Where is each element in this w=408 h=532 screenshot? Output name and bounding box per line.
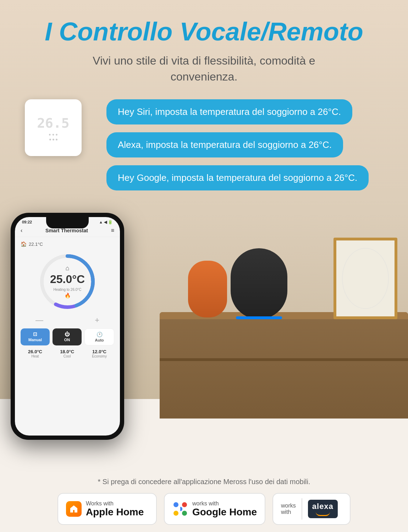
- apple-home-small-text: Works with: [86, 500, 144, 507]
- disclaimer-text: * Si prega di concedere all'applicazione…: [0, 478, 408, 486]
- google-home-large-text: Google Home: [192, 507, 257, 518]
- apple-home-text: Works with Apple Home: [86, 500, 144, 518]
- heat-preset: 26.0°C Heat: [28, 349, 42, 358]
- alexa-divider: [302, 498, 302, 520]
- alexa-with: with: [281, 509, 296, 515]
- thermostat-display-text: 26.5: [37, 115, 70, 131]
- picture-inner: [336, 240, 395, 316]
- mode-buttons-row: ⊡ Manual ⏻ ON 🕐 Auto: [21, 328, 114, 345]
- economy-preset: 12.0°C Economy: [92, 349, 107, 358]
- apple-home-badge: Works with Apple Home: [57, 493, 157, 525]
- thermostat-sub: ● ● ●: [49, 132, 58, 137]
- on-mode-button[interactable]: ⏻ ON: [53, 328, 82, 345]
- shelf-furniture: [160, 312, 408, 419]
- manual-mode-button[interactable]: ⊡ Manual: [21, 328, 50, 345]
- dial-temperature: 25.0°C: [50, 273, 85, 286]
- svg-point-6: [173, 511, 178, 516]
- phone-time: 09:22: [22, 220, 32, 225]
- voice-bubbles-area: Hey Siri, imposta la temperatura del sog…: [106, 99, 401, 198]
- shelf-line: [160, 358, 408, 361]
- auto-label: Auto: [95, 338, 104, 342]
- on-icon: ⏻: [54, 331, 80, 337]
- works-with-text: works with: [281, 503, 296, 515]
- phone-mockup: 09:22 ▲ ◀ 🔋 ‹ Smart Thermostat ≡ 🏠 22.1°…: [11, 213, 124, 440]
- current-temp: 22.1°C: [29, 242, 43, 247]
- google-home-svg: [172, 501, 188, 517]
- picture-frame: [333, 238, 397, 319]
- phone-signals: ▲ ◀ 🔋: [99, 220, 113, 225]
- menu-icon[interactable]: ≡: [111, 227, 114, 234]
- economy-value: 12.0°C: [92, 349, 107, 354]
- heat-label: Heat: [28, 354, 42, 358]
- phone-inner: 09:22 ▲ ◀ 🔋 ‹ Smart Thermostat ≡ 🏠 22.1°…: [15, 217, 120, 436]
- google-home-small-text: works with: [192, 500, 257, 507]
- auto-mode-button[interactable]: 🕐 Auto: [84, 328, 114, 345]
- increase-temp-button[interactable]: +: [95, 316, 99, 325]
- google-home-icon: [172, 501, 188, 517]
- temp-presets-row: 26.0°C Heat 18.0°C Cool 12.0°C Economy: [21, 349, 114, 358]
- manual-icon: ⊡: [22, 331, 48, 337]
- manual-label: Manual: [28, 338, 42, 342]
- heat-value: 26.0°C: [28, 349, 42, 354]
- home-icon: 🏠: [21, 241, 27, 247]
- alexa-badge: works with alexa: [272, 493, 351, 525]
- dial-heating-label: Heating to 26.0°C: [53, 288, 81, 292]
- cool-preset: 18.0°C Cool: [60, 349, 74, 358]
- svg-point-5: [182, 511, 187, 516]
- page-subtitle: Vivi uno stile di vita di flessibilità, …: [28, 53, 380, 85]
- main-content-area: 09:22 ▲ ◀ 🔋 ‹ Smart Thermostat ≡ 🏠 22.1°…: [0, 206, 408, 532]
- temperature-dial: ⌂ 25.0°C Heating to 26.0°C 🔥: [35, 250, 99, 314]
- page-title: I Controllo Vocale/Remoto: [28, 18, 380, 46]
- auto-icon: 🕐: [86, 332, 112, 337]
- header-section: I Controllo Vocale/Remoto Vivi uno stile…: [0, 0, 408, 95]
- dial-home-icon: ⌂: [50, 265, 85, 272]
- cool-label: Cool: [60, 354, 74, 358]
- home-temp-row: 🏠 22.1°C: [21, 241, 114, 247]
- apple-home-svg: [69, 504, 79, 514]
- alexa-text: alexa: [312, 502, 333, 511]
- siri-bubble: Hey Siri, imposta la temperatura del sog…: [106, 99, 352, 124]
- compatibility-badges-row: Works with Apple Home works with Google …: [0, 486, 408, 532]
- google-home-badge: works with Google Home: [164, 493, 265, 525]
- google-bubble: Hey Google, imposta la temperatura del s…: [106, 165, 369, 190]
- cool-value: 18.0°C: [60, 349, 74, 354]
- svg-point-3: [173, 502, 178, 507]
- shelf-scene: [160, 220, 408, 419]
- apple-home-large-text: Apple Home: [86, 507, 144, 518]
- phone-notch: [46, 217, 89, 228]
- back-icon[interactable]: ‹: [21, 227, 22, 234]
- thermostat-indicators: [49, 139, 57, 140]
- thermostat-device: 26.5 ● ● ●: [25, 99, 82, 156]
- svg-point-4: [182, 502, 187, 507]
- app-title: Smart Thermostat: [45, 228, 88, 233]
- dial-center: ⌂ 25.0°C Heating to 26.0°C 🔥: [50, 265, 85, 299]
- economy-label: Economy: [92, 354, 107, 358]
- on-label: ON: [64, 338, 70, 342]
- phone-outer: 09:22 ▲ ◀ 🔋 ‹ Smart Thermostat ≡ 🏠 22.1°…: [11, 213, 124, 440]
- picture-decoration: [342, 248, 388, 309]
- amazon-echo-speaker: [231, 248, 287, 319]
- decrease-temp-button[interactable]: —: [35, 316, 43, 325]
- alexa-works: works: [281, 503, 296, 509]
- apple-home-icon: [66, 501, 82, 517]
- echo-ring: [236, 316, 282, 319]
- alexa-bubble: Alexa, imposta la temperatura del soggio…: [106, 132, 343, 157]
- orange-speaker: [188, 261, 227, 317]
- alexa-logo: alexa: [308, 500, 338, 518]
- google-home-text: works with Google Home: [192, 500, 257, 518]
- app-body: 🏠 22.1°C: [15, 237, 120, 362]
- dial-flame-icon: 🔥: [65, 293, 71, 298]
- alexa-smile: [316, 512, 330, 516]
